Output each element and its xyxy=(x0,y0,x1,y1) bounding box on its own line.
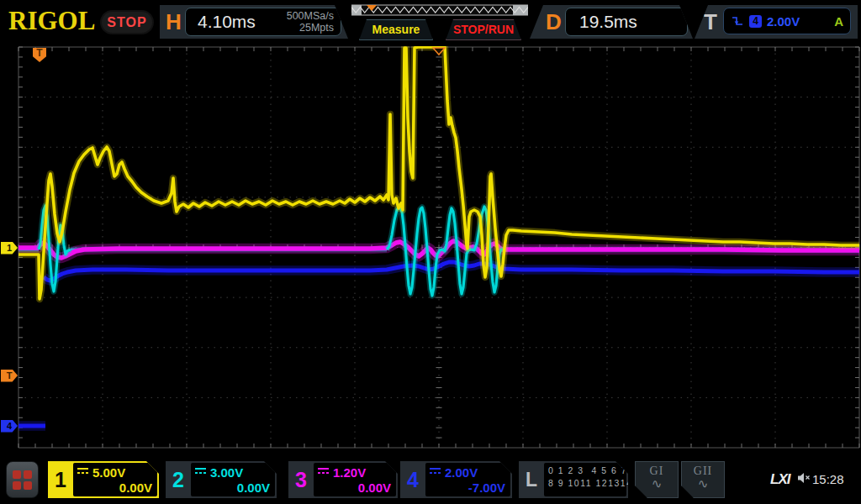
run-state-badge: STOP xyxy=(102,12,152,33)
menu-icon xyxy=(13,470,21,479)
ch1-offset: 0.00V xyxy=(77,480,152,497)
horizontal-settings-tab[interactable]: H 4.10ms 500MSa/s 25Mpts xyxy=(160,5,348,39)
lxi-indicator: LXI xyxy=(770,471,790,488)
memory-depth: 25Mpts xyxy=(299,22,334,34)
trigger-source-badge: 4 xyxy=(749,15,762,28)
trigger-level-value: 2.00V xyxy=(767,14,800,29)
logic-analyzer-box[interactable]: L 0 1 2 3 4 5 6 7 8 9 1011 12131415 xyxy=(519,461,628,498)
channel-1-number: 1 xyxy=(48,461,73,498)
delay-value: 19.5ms xyxy=(579,12,637,32)
channel-4-box[interactable]: 4 2.00V -7.00V xyxy=(400,461,512,498)
ch2-scale: 3.00V xyxy=(210,465,243,480)
measure-button[interactable]: Measure xyxy=(359,19,433,40)
channel-4-number: 4 xyxy=(400,461,425,498)
memory-position-bar[interactable] xyxy=(351,4,528,16)
logic-channels-row1: 0 1 2 3 4 5 6 7 xyxy=(548,465,621,476)
oscilloscope-screen: T 1T4 RIGOL STOP H 4.10ms 500MSa/s 25Mpt… xyxy=(0,0,861,504)
ch3-offset: 0.00V xyxy=(318,480,391,497)
channel-2-number: 2 xyxy=(166,461,191,498)
channel-3-number: 3 xyxy=(288,461,314,498)
delay-settings-tab[interactable]: D 19.5ms xyxy=(530,5,693,39)
ch1-scale: 5.00V xyxy=(92,465,125,480)
trigger-settings-tab[interactable]: T 4 2.00V A xyxy=(695,5,858,39)
ch3-coupling-icon xyxy=(318,468,329,476)
ch1-coupling-icon xyxy=(77,468,88,476)
channel-2-box[interactable]: 2 3.00V 0.00V xyxy=(166,461,277,498)
memory-bar-left-cap xyxy=(351,5,362,15)
speaker-muted-icon xyxy=(797,472,811,484)
waveform-display xyxy=(0,0,861,504)
ch2-coupling-icon xyxy=(195,468,206,476)
timebase-box[interactable]: 4.10ms 500MSa/s 25Mpts xyxy=(185,8,341,36)
trigger-status: A xyxy=(834,14,843,29)
ch4-coupling-icon xyxy=(430,468,441,476)
t-label: T xyxy=(704,9,717,35)
channel-1-box[interactable]: 1 5.00V 0.00V xyxy=(48,461,159,498)
main-menu-button[interactable] xyxy=(6,461,39,498)
ch3-scale: 1.20V xyxy=(333,465,366,480)
ch2-offset: 0.00V xyxy=(195,480,270,497)
rigol-logo: RIGOL xyxy=(8,6,95,36)
trigger-slope-icon xyxy=(731,15,744,27)
ch4-scale: 2.00V xyxy=(445,465,478,480)
channel-3-box[interactable]: 3 1.20V 0.00V xyxy=(288,461,398,498)
acquisition-info: 500MSa/s 25Mpts xyxy=(287,10,334,34)
gen1-sine-icon: ∿ xyxy=(635,478,679,490)
logic-channels-row2: 8 9 1011 12131415 xyxy=(548,478,621,489)
h-label: H xyxy=(166,9,182,35)
trigger-box[interactable]: 4 2.00V A xyxy=(723,8,851,34)
clock: 15:28 xyxy=(812,472,844,486)
sample-rate: 500MSa/s xyxy=(287,10,334,22)
timebase-value: 4.10ms xyxy=(198,12,256,32)
delay-box[interactable]: 19.5ms xyxy=(565,8,688,36)
gen2-sine-icon: ∿ xyxy=(681,478,725,490)
stop-run-button[interactable]: STOP/RUN xyxy=(446,19,521,40)
ch4-offset: -7.00V xyxy=(430,480,505,497)
d-label: D xyxy=(546,9,562,35)
logic-label: L xyxy=(519,461,544,498)
